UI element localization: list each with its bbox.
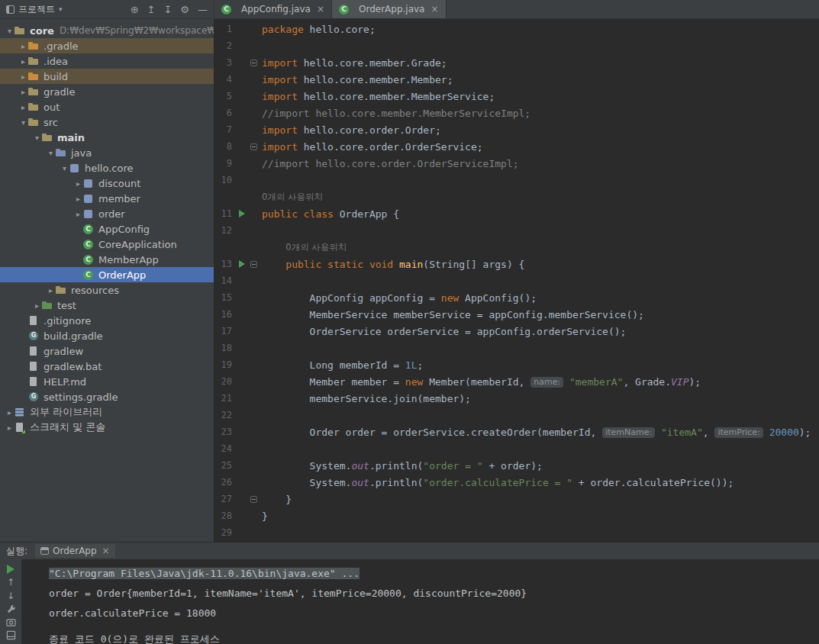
code-token[interactable]: 1L [405,359,418,371]
code-token[interactable] [262,259,285,270]
code-text[interactable]: import hello.core.order.OrderService; [260,141,483,153]
code-token[interactable]: MemberService memberService = appConfig.… [262,309,644,320]
chevron-right-icon[interactable]: ▸ [18,72,28,81]
code-token[interactable]: import [262,74,298,85]
console-line[interactable]: order.calculatePrice = 18000 [49,604,819,623]
editor-code[interactable]: 1package hello.core;23import hello.core.… [214,19,819,542]
tree-item[interactable]: ▾java [0,145,214,160]
code-text[interactable]: System.out.println("order.calculatePrice… [260,477,734,488]
up-arrow-icon[interactable]: ↑ [5,577,17,588]
code-text[interactable]: AppConfig appConfig = new AppConfig(); [260,292,537,304]
code-token[interactable]: public [262,208,298,220]
code-text[interactable]: package hello.core; [260,24,376,35]
code-token[interactable]: name: [530,377,563,388]
fold-marker-icon[interactable] [248,143,260,150]
code-token[interactable]: hello.core.member.Member; [298,74,453,85]
code-token[interactable]: import [262,124,298,136]
rerun-icon[interactable] [5,564,17,575]
close-icon[interactable]: × [430,4,438,14]
console-line[interactable]: "C:\Program Files\Java\jdk-11.0.16\bin\j… [49,564,819,584]
code-token[interactable]: VIP [671,376,688,388]
tree-item[interactable]: ▸member [0,191,214,206]
run-gutter-icon[interactable] [235,260,248,268]
code-token[interactable]: main [399,259,423,270]
code-token[interactable]: itemPrice: [714,427,763,438]
code-token[interactable]: hello.core.member.Grade; [298,57,447,69]
chevron-down-icon[interactable]: ▾ [18,118,28,127]
chevron-right-icon[interactable]: ▸ [32,301,42,310]
wrench-icon[interactable] [5,604,17,614]
code-token[interactable]: + order); [483,460,543,472]
expand-all-icon[interactable]: ↥ [147,5,156,14]
code-text[interactable]: MemberService memberService = appConfig.… [260,309,644,320]
code-token[interactable]: "order = " [423,460,482,472]
code-token[interactable] [393,259,399,270]
code-text[interactable]: memberService.join(member); [260,393,471,404]
run-tab[interactable]: OrderApp × [35,544,115,558]
code-token[interactable]: AppConfig appConfig = [262,292,441,304]
code-token[interactable]: import [262,141,298,153]
editor-tab[interactable]: OrderApp.java× [332,0,447,18]
code-token[interactable]: ); [689,376,701,388]
code-token[interactable]: hello.core; [304,24,376,35]
fold-marker-icon[interactable] [248,60,260,66]
code-text[interactable]: import hello.core.member.MemberService; [260,91,495,102]
tree-item[interactable]: ▾coreD:₩dev₩Spring₩2₩workspace₩core [0,23,214,38]
code-text[interactable]: import hello.core.member.Member; [260,74,453,85]
code-token[interactable]: package [262,24,304,35]
code-token[interactable]: 20000 [769,427,799,438]
chevron-right-icon[interactable]: ▸ [73,179,83,188]
chevron-down-icon[interactable]: ▾ [60,164,69,172]
tree-item[interactable]: HELP.md [0,374,214,389]
code-text[interactable]: public class OrderApp { [260,208,399,220]
code-token[interactable] [298,208,304,220]
chevron-right-icon[interactable]: ▸ [73,195,83,203]
chevron-right-icon[interactable]: ▸ [5,408,15,417]
code-token[interactable]: out [351,460,369,472]
down-arrow-icon[interactable]: ↓ [5,591,17,601]
chevron-right-icon[interactable]: ▸ [18,57,28,66]
chevron-down-icon[interactable]: ▾ [32,134,42,142]
code-text[interactable]: //import hello.core.order.OrderServiceIm… [260,158,519,169]
chevron-right-icon[interactable]: ▸ [46,286,56,295]
close-icon[interactable]: × [102,546,110,556]
console-output[interactable]: "C:\Program Files\Java\jdk-11.0.16\bin\j… [21,559,819,644]
code-token[interactable] [763,427,769,438]
code-text[interactable]: //import hello.core.member.MemberService… [260,108,530,119]
code-token[interactable] [563,376,569,388]
code-token[interactable]: new [405,376,423,388]
tree-item[interactable]: ▸외부 라이브러리 [0,404,214,420]
code-token[interactable]: Member(memberId, [423,376,530,388]
locate-icon[interactable]: ⊕ [131,5,139,14]
console-line[interactable]: order = Order{memberId=1, itemName='item… [49,584,819,604]
code-token[interactable]: ); [799,427,811,438]
tree-item[interactable]: ▸gradle [0,84,214,99]
code-token[interactable]: OrderService orderService = appConfig.or… [262,326,626,337]
hide-panel-icon[interactable]: — [198,5,208,14]
code-token[interactable]: "memberA" [569,376,623,388]
tree-item[interactable]: MemberApp [0,252,214,267]
code-token[interactable]: "order.calculatePrice = " [423,477,572,488]
code-token[interactable]: new [441,292,459,304]
fold-marker-icon[interactable] [248,496,260,503]
code-token[interactable]: out [351,477,369,488]
code-token[interactable]: //import hello.core.order.OrderServiceIm… [262,158,519,169]
code-token[interactable]: hello.core.order.Order; [298,124,441,136]
code-text[interactable]: } [260,494,292,505]
tree-item[interactable]: ▸.idea [0,53,214,69]
tree-item[interactable]: ▸discount [0,175,214,191]
code-token[interactable]: import [262,91,298,102]
layout-icon[interactable] [5,630,17,641]
code-text[interactable]: 0개의 사용위치 [260,241,347,253]
code-text[interactable]: public static void main(String[] args) { [260,259,524,270]
code-token[interactable]: //import hello.core.member.MemberService… [262,108,530,119]
chevron-down-icon[interactable]: ▾ [5,27,15,35]
tree-item[interactable]: .gitignore [0,313,214,328]
chevron-right-icon[interactable]: ▸ [18,103,28,111]
code-token[interactable]: public static void [285,259,393,270]
code-token[interactable]: (String[] args) { [423,259,524,270]
code-token[interactable]: Long memberId = [262,359,405,371]
console-line[interactable]: 종료 코드 0(으)로 완료된 프로세스 [49,630,819,644]
code-text[interactable]: Long memberId = 1L; [260,359,423,371]
tree-item[interactable]: ▸resources [0,282,214,298]
